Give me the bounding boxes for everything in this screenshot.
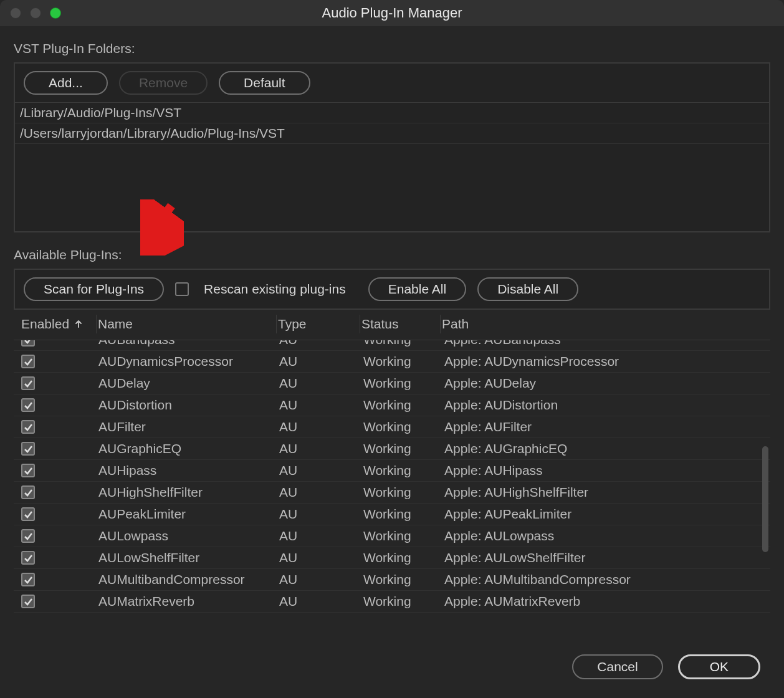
cell-type: AU bbox=[279, 550, 363, 565]
table-header: Enabled Name Type Status Path bbox=[14, 310, 770, 340]
rescan-checkbox[interactable] bbox=[175, 282, 189, 296]
available-label: Available Plug-Ins: bbox=[14, 247, 770, 262]
table-row[interactable]: AUDistortionAUWorkingApple: AUDistortion bbox=[14, 394, 770, 416]
cell-type: AU bbox=[279, 376, 363, 391]
scan-button[interactable]: Scan for Plug-Ins bbox=[24, 277, 164, 301]
cell-name: AUMultibandCompressor bbox=[98, 572, 279, 587]
cell-status: Working bbox=[363, 419, 444, 434]
col-type[interactable]: Type bbox=[278, 317, 362, 332]
divider bbox=[360, 315, 360, 333]
enabled-checkbox[interactable] bbox=[21, 355, 35, 368]
cell-type: AU bbox=[279, 441, 363, 456]
cell-path: Apple: AUDistortion bbox=[444, 398, 770, 413]
enabled-checkbox[interactable] bbox=[21, 398, 35, 412]
cell-status: Working bbox=[363, 572, 444, 587]
cell-name: AUHipass bbox=[98, 463, 279, 478]
folders-buttons: Add... Remove Default bbox=[15, 64, 769, 102]
table-row[interactable]: AUMatrixReverbAUWorkingApple: AUMatrixRe… bbox=[14, 591, 770, 613]
cell-name: AULowShelfFilter bbox=[98, 550, 279, 565]
table-row[interactable]: AUBandpassAUWorkingApple: AUBandpass bbox=[14, 340, 770, 351]
enabled-checkbox[interactable] bbox=[21, 529, 35, 543]
remove-button: Remove bbox=[119, 71, 208, 95]
col-enabled[interactable]: Enabled bbox=[17, 317, 98, 332]
enabled-checkbox[interactable] bbox=[21, 573, 35, 586]
enabled-checkbox[interactable] bbox=[21, 376, 35, 390]
cell-status: Working bbox=[363, 398, 444, 413]
scrollbar-thumb[interactable] bbox=[762, 446, 768, 552]
col-status[interactable]: Status bbox=[361, 317, 442, 332]
enabled-checkbox[interactable] bbox=[21, 507, 35, 521]
cell-type: AU bbox=[279, 340, 363, 347]
enabled-checkbox[interactable] bbox=[21, 442, 35, 456]
cell-status: Working bbox=[363, 485, 444, 500]
table-row[interactable]: AULowShelfFilterAUWorkingApple: AULowShe… bbox=[14, 547, 770, 569]
table-row[interactable]: AUPeakLimiterAUWorkingApple: AUPeakLimit… bbox=[14, 504, 770, 525]
table-row[interactable]: AUDelayAUWorkingApple: AUDelay bbox=[14, 373, 770, 394]
window-title: Audio Plug-In Manager bbox=[0, 5, 784, 21]
folders-panel: Add... Remove Default /Library/Audio/Plu… bbox=[14, 62, 770, 232]
cell-type: AU bbox=[279, 354, 363, 369]
cell-enabled bbox=[17, 376, 98, 390]
folder-item[interactable]: /Users/larryjordan/Library/Audio/Plug-In… bbox=[15, 123, 769, 144]
folders-empty-area[interactable] bbox=[15, 144, 769, 231]
available-buttons: Scan for Plug-Ins Rescan existing plug-i… bbox=[15, 270, 769, 308]
col-path[interactable]: Path bbox=[442, 317, 767, 332]
enabled-checkbox[interactable] bbox=[21, 595, 35, 608]
cell-type: AU bbox=[279, 485, 363, 500]
cell-enabled bbox=[17, 442, 98, 456]
cancel-button[interactable]: Cancel bbox=[572, 654, 662, 679]
add-button[interactable]: Add... bbox=[24, 71, 108, 95]
cell-path: Apple: AUHighShelfFilter bbox=[444, 485, 770, 500]
rescan-label: Rescan existing plug-ins bbox=[204, 282, 346, 297]
cell-status: Working bbox=[363, 376, 444, 391]
sort-ascending-icon bbox=[74, 320, 83, 328]
disable-all-button[interactable]: Disable All bbox=[477, 277, 578, 301]
enabled-checkbox[interactable] bbox=[21, 420, 35, 434]
cell-enabled bbox=[17, 595, 98, 608]
cell-path: Apple: AUFilter bbox=[444, 419, 770, 434]
table-row[interactable]: AUHighShelfFilterAUWorkingApple: AUHighS… bbox=[14, 482, 770, 504]
folders-list[interactable]: /Library/Audio/Plug-Ins/VST /Users/larry… bbox=[15, 102, 769, 231]
cell-status: Working bbox=[363, 340, 444, 347]
minimize-icon[interactable] bbox=[30, 7, 41, 19]
cell-status: Working bbox=[363, 507, 444, 522]
traffic-lights bbox=[10, 7, 61, 19]
enable-all-button[interactable]: Enable All bbox=[368, 277, 466, 301]
cell-name: AUMatrixReverb bbox=[98, 594, 279, 609]
close-icon[interactable] bbox=[10, 7, 21, 19]
cell-type: AU bbox=[279, 572, 363, 587]
folder-item[interactable]: /Library/Audio/Plug-Ins/VST bbox=[15, 103, 769, 123]
cell-enabled bbox=[17, 464, 98, 477]
cell-name: AUGraphicEQ bbox=[98, 441, 279, 456]
cell-name: AULowpass bbox=[98, 528, 279, 543]
table-row[interactable]: AUGraphicEQAUWorkingApple: AUGraphicEQ bbox=[14, 438, 770, 460]
enabled-checkbox[interactable] bbox=[21, 551, 35, 565]
table-row[interactable]: AUDynamicsProcessorAUWorkingApple: AUDyn… bbox=[14, 351, 770, 373]
cell-enabled bbox=[17, 551, 98, 565]
col-name[interactable]: Name bbox=[98, 317, 279, 332]
cell-type: AU bbox=[279, 528, 363, 543]
cell-name: AUDistortion bbox=[98, 398, 279, 413]
cell-type: AU bbox=[279, 507, 363, 522]
cell-type: AU bbox=[279, 419, 363, 434]
enabled-checkbox[interactable] bbox=[21, 464, 35, 477]
cell-path: Apple: AULowpass bbox=[444, 528, 770, 543]
table-row[interactable]: AUFilterAUWorkingApple: AUFilter bbox=[14, 416, 770, 438]
enabled-checkbox[interactable] bbox=[21, 485, 35, 499]
dialog-footer: Cancel OK bbox=[572, 654, 760, 679]
table-row[interactable]: AUHipassAUWorkingApple: AUHipass bbox=[14, 460, 770, 482]
cell-enabled bbox=[17, 507, 98, 521]
table-row[interactable]: AUMultibandCompressorAUWorkingApple: AUM… bbox=[14, 569, 770, 591]
zoom-icon[interactable] bbox=[50, 7, 61, 19]
cell-path: Apple: AUBandpass bbox=[444, 340, 770, 347]
table-body[interactable]: AUBandpassAUWorkingApple: AUBandpassAUDy… bbox=[14, 340, 770, 628]
ok-button[interactable]: OK bbox=[678, 654, 760, 679]
divider bbox=[440, 315, 441, 333]
cell-enabled bbox=[17, 420, 98, 434]
enabled-checkbox[interactable] bbox=[21, 340, 35, 347]
table-row[interactable]: AULowpassAUWorkingApple: AULowpass bbox=[14, 525, 770, 547]
default-button[interactable]: Default bbox=[219, 71, 310, 95]
cell-enabled bbox=[17, 485, 98, 499]
folders-label: VST Plug-In Folders: bbox=[14, 41, 770, 56]
titlebar: Audio Plug-In Manager bbox=[0, 0, 784, 26]
